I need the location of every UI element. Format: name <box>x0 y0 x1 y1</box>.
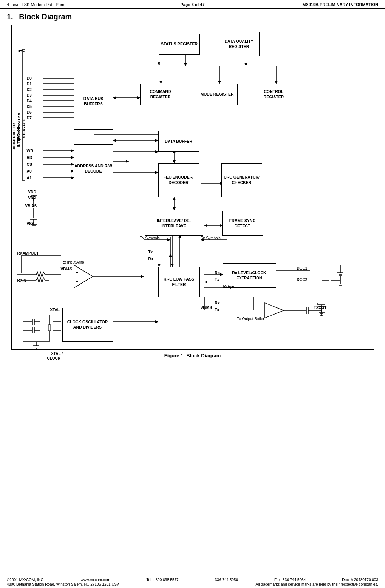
footer-fax-label: 336 744 5050 <box>215 578 238 582</box>
rx-level-clock-extraction-label: Rx LEVEL/CLOCK EXTRACTION <box>223 270 276 281</box>
doc1-label: DOC1 <box>297 266 308 270</box>
svg-marker-142 <box>155 139 158 142</box>
wr-label: WR <box>27 148 34 153</box>
a0-label: A0 <box>27 169 32 173</box>
svg-marker-154 <box>171 264 174 267</box>
header-center: Page 6 of 47 <box>131 2 255 7</box>
svg-marker-11 <box>71 149 74 152</box>
interleave-block: INTERLEAVE/ DE-INTERLEAVE <box>145 211 203 236</box>
svg-marker-47 <box>173 207 176 210</box>
vbias-label3: VBIAS <box>201 306 212 310</box>
uc-interface-container: µCONTROLLERINTERFACE <box>12 99 21 174</box>
address-decode-label: ADDRESS AND R/W DECODE <box>74 164 113 174</box>
interleave-label: INTERLEAVE/ DE-INTERLEAVE <box>145 218 203 228</box>
footer-trademark: All trademarks and service marks are hel… <box>255 582 378 586</box>
svg-marker-15 <box>71 163 74 166</box>
doc2-label: DOC2 <box>297 278 308 282</box>
svg-marker-53 <box>204 224 207 227</box>
rxampout-label: RXAMPOUT <box>17 251 39 255</box>
svg-marker-21 <box>113 96 116 99</box>
section-number: 1. <box>7 12 13 21</box>
page-footer: ©2001 MX•COM, INC. www.mxcom.com Tele: 8… <box>0 576 385 588</box>
tx-symbols-label: Tx Symbols <box>140 236 160 240</box>
status-register-block: STATUS REGISTER <box>159 34 200 55</box>
svg-marker-51 <box>155 171 158 174</box>
d4-label: D4 <box>27 99 32 103</box>
tx2-label: Tx <box>215 278 220 282</box>
irq-label: IRQ <box>19 48 26 52</box>
data-quality-register-label: DATA QUALITY REGISTER <box>219 39 259 49</box>
uc-interface-rotated: µCONTROLLERINTERFACE <box>12 123 21 150</box>
header-right: MX919B PRELIMINARY INFORMATION <box>254 2 378 7</box>
footer-website: www.mxcom.com <box>81 578 110 582</box>
svg-marker-66 <box>204 281 207 284</box>
control-register-block: CONTROL REGISTER <box>254 84 294 105</box>
rx3-label: Rx <box>215 301 220 305</box>
main-content: 1. Block Diagram <box>0 9 385 362</box>
footer-row1: ©2001 MX•COM, INC. www.mxcom.com Tele: 8… <box>7 578 378 582</box>
rrc-low-pass-filter-block: RRC LOW PASS FILTER <box>158 267 200 297</box>
crc-generator-checker-block: CRC GENERATOR/ CHECKER <box>221 163 262 197</box>
footer-row2: 4800 Bethania Station Road, Winston-Sale… <box>7 582 378 586</box>
mode-register-label: MODE REGISTER <box>200 92 233 97</box>
svg-marker-17 <box>71 170 74 173</box>
svg-marker-60 <box>158 264 161 267</box>
crc-generator-checker-label: CRC GENERATOR/ CHECKER <box>222 175 262 185</box>
rxin-label: RXIN <box>17 278 26 282</box>
tx3-label: Tx <box>215 308 220 312</box>
svg-marker-46 <box>173 197 176 200</box>
footer-doc: Doc. # 20480170.003 <box>342 578 378 582</box>
svg-marker-34 <box>244 63 247 66</box>
footer-tele: Tele: 800 638 5577 <box>147 578 179 582</box>
xtal-clock-label: XTAL / CLOCK <box>45 347 63 365</box>
control-register-label: CONTROL REGISTER <box>254 89 294 99</box>
page-header: 4-Level FSK Modem Data Pump Page 6 of 47… <box>0 0 385 9</box>
tx-output-buffer-label: Tx Output Buffer <box>237 317 264 321</box>
status-register-label: STATUS REGISTER <box>161 42 198 47</box>
d3-label: D3 <box>27 93 32 97</box>
command-register-label: COMMAND REGISTER <box>141 89 181 99</box>
svg-marker-151 <box>155 150 158 153</box>
xtal-clock-text: XTAL / CLOCK <box>47 352 63 360</box>
minus-label: − <box>76 279 78 284</box>
svg-marker-27 <box>218 81 221 84</box>
vbias-label2: VBIAS <box>61 267 73 271</box>
svg-marker-62 <box>169 254 172 257</box>
eight-label: 8 <box>158 61 161 65</box>
svg-marker-56 <box>167 238 170 241</box>
data-quality-register-block: DATA QUALITY REGISTER <box>219 32 260 56</box>
rrc-low-pass-filter-label: RRC LOW PASS FILTER <box>159 277 199 287</box>
vdd-label2: VDD <box>28 196 36 200</box>
header-left: 4-Level FSK Modem Data Pump <box>7 2 131 7</box>
svg-marker-141 <box>113 139 116 142</box>
block-diagram-container: STATUS REGISTER DATA QUALITY REGISTER CO… <box>11 25 374 350</box>
cs-overline-label: CS <box>27 162 32 167</box>
svg-marker-29 <box>275 81 278 84</box>
wr-overline-label: WR <box>27 148 34 153</box>
section-heading: Block Diagram <box>19 12 72 21</box>
rx1-label: Rx <box>148 257 153 261</box>
fec-encoder-decoder-label: FEC ENCODER/ DECODER <box>159 175 199 185</box>
svg-marker-75 <box>155 320 158 323</box>
section-title: 1. Block Diagram <box>7 12 378 21</box>
data-bus-buffers-label: DATA BUS BUFFERS <box>74 96 113 106</box>
svg-marker-139 <box>141 275 144 278</box>
data-buffer-label: DATA BUFFER <box>165 139 192 144</box>
rx-input-amp-label: Rx Input Amp <box>62 260 84 264</box>
rd-overline-label: RD <box>27 155 32 160</box>
command-register-block: COMMAND REGISTER <box>140 84 181 105</box>
d5-label: D5 <box>27 104 32 109</box>
svg-rect-89 <box>48 325 51 331</box>
a1-label: A1 <box>27 176 32 180</box>
svg-marker-106 <box>265 303 284 318</box>
plus-label: + <box>76 270 78 275</box>
d2-label: D2 <box>27 87 32 92</box>
d1-label: D1 <box>27 82 32 86</box>
footer-fax: Fax: 336 744 5054 <box>274 578 306 582</box>
vdd-label1: VDD <box>28 190 36 194</box>
tx1-label: Tx <box>148 250 153 254</box>
d6-label: D6 <box>27 110 32 114</box>
svg-marker-22 <box>137 96 140 99</box>
svg-marker-24 <box>159 81 162 84</box>
data-bus-buffers-block: DATA BUS BUFFERS <box>74 74 113 130</box>
